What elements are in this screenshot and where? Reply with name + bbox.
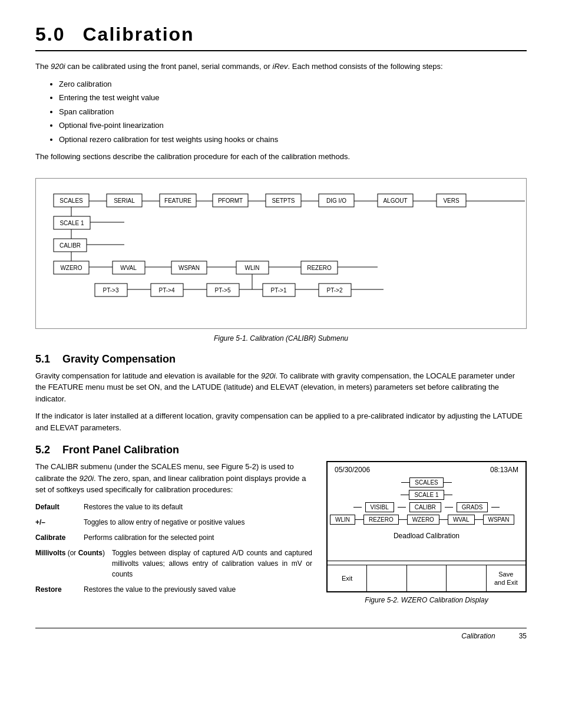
display-rezero-box: REZERO — [363, 515, 399, 525]
section51-para1: Gravity compensation for latitude and el… — [35, 370, 527, 405]
svg-text:PT->3: PT->3 — [103, 287, 119, 294]
dline-mid2-vcg — [445, 507, 453, 508]
section52-heading: 5.2 Front Panel Calibration — [35, 444, 527, 456]
softkey-3 — [407, 565, 447, 591]
svg-text:PT->1: PT->1 — [271, 287, 287, 294]
def-calibrate-desc: Performs calibration for the selected po… — [84, 532, 214, 543]
def-list: Default Restores the value to its defaul… — [35, 502, 312, 595]
svg-text:SETPTS: SETPTS — [272, 197, 295, 204]
def-plusminus-desc: Toggles to allow entry of negative or po… — [84, 517, 245, 528]
svg-text:WZERO: WZERO — [60, 265, 82, 271]
figure2-caption: Figure 5-2. WZERO Calibration Display — [326, 596, 527, 604]
section51-para2: If the indicator is later installed at a… — [35, 410, 527, 433]
svg-text:WLIN: WLIN — [245, 265, 260, 271]
dline-right-vcg — [491, 507, 500, 508]
chapter-number: 5.0 — [35, 24, 65, 45]
display-wzero-box: WZERO — [407, 515, 439, 525]
intro-para2: The following sections describe the cali… — [35, 151, 527, 163]
display-scales-row: SCALES — [328, 476, 525, 489]
svg-text:SERIAL: SERIAL — [114, 197, 135, 204]
section52-right: 05/30/2006 08:13AM SCALES SCALE 1 VISIBL… — [326, 461, 527, 610]
dline-wl4 — [475, 519, 483, 520]
svg-text:ALGOUT: ALGOUT — [383, 197, 407, 204]
display-scales-box: SCALES — [409, 477, 443, 487]
section52-title: Front Panel Calibration — [62, 444, 179, 456]
blank-area — [328, 543, 525, 561]
svg-text:PT->4: PT->4 — [159, 287, 175, 294]
display-date: 05/30/2006 — [335, 466, 370, 474]
display-wval-box: WVAL — [448, 515, 475, 525]
section52-para1: The CALIBR submenu (under the SCALES men… — [35, 461, 312, 496]
dline-wl3 — [439, 519, 448, 520]
bullet-3: Span calibration — [59, 106, 527, 118]
dline-left-scales — [401, 482, 409, 483]
figure1-caption: Figure 5-1. Calibration (CALIBR) Submenu — [35, 334, 527, 342]
def-calibrate: Calibrate Performs calibration for the s… — [35, 532, 312, 543]
svg-text:CALIBR: CALIBR — [59, 242, 81, 249]
def-restore: Restore Restores the value to the previo… — [35, 584, 312, 595]
deadload-label: Deadload Calibration — [328, 526, 525, 543]
display-visibl-box: VISIBL — [365, 502, 394, 512]
wzero-display: 05/30/2006 08:13AM SCALES SCALE 1 VISIBL… — [326, 461, 527, 592]
def-default-term: Default — [35, 502, 77, 512]
svg-text:WVAL: WVAL — [120, 265, 137, 271]
page-header: 5.0Calibration — [35, 24, 527, 51]
svg-text:SCALES: SCALES — [59, 197, 83, 204]
def-millivolts: Millivolts (or Counts) Toggles between d… — [35, 548, 312, 579]
dline-right-scale1 — [444, 495, 452, 495]
dline-wl2 — [399, 519, 407, 520]
section52-left: The CALIBR submenu (under the SCALES men… — [35, 461, 312, 610]
bullet-2: Entering the test weight value — [59, 92, 527, 104]
softkey-save-exit[interactable]: Save and Exit — [487, 565, 525, 591]
def-millivolts-desc: Toggles between display of captured A/D … — [112, 548, 312, 579]
dline-left-vcg — [353, 507, 362, 508]
section51-title: Gravity Compensation — [62, 353, 176, 365]
def-restore-term: Restore — [35, 584, 77, 595]
bullet-4: Optional five-point linearization — [59, 120, 527, 131]
softkey-row: Exit Save and Exit — [328, 565, 525, 591]
svg-text:FEATURE: FEATURE — [164, 197, 191, 204]
svg-text:PFORMT: PFORMT — [218, 197, 243, 204]
display-grads-box: GRADS — [457, 502, 488, 512]
display-calibr-box: CALIBR — [409, 502, 441, 512]
display-wlin-box: WLIN — [330, 515, 355, 525]
dline-mid-vcg — [398, 507, 406, 508]
softkey-4 — [447, 565, 486, 591]
dline-right-scales — [444, 482, 452, 483]
chapter-title: Calibration — [82, 24, 194, 45]
svg-text:PT->2: PT->2 — [327, 287, 343, 294]
display-wspan-box: WSPAN — [483, 515, 515, 525]
bullet-1: Zero calibration — [59, 78, 527, 90]
dline-wl1 — [355, 519, 363, 520]
svg-text:VERS: VERS — [443, 197, 459, 204]
display-time: 08:13AM — [490, 466, 518, 474]
section52-content: The CALIBR submenu (under the SCALES men… — [35, 461, 527, 610]
display-scale1-box: SCALE 1 — [409, 490, 444, 500]
softkey-2 — [367, 565, 406, 591]
def-default: Default Restores the value to its defaul… — [35, 502, 312, 512]
footer-section-label: Calibration — [461, 632, 495, 640]
svg-text:WSPAN: WSPAN — [178, 265, 200, 271]
page-footer: Calibration 35 — [35, 628, 527, 640]
section52-num: 5.2 — [35, 444, 50, 456]
def-plusminus-term: +/– — [35, 517, 77, 528]
dline-left-scale1 — [401, 495, 409, 495]
display-datetime-row: 05/30/2006 08:13AM — [328, 462, 525, 476]
display-scale1-row: SCALE 1 — [328, 489, 525, 501]
figure1-container: SCALES SERIAL FEATURE PFORMT SETPTS DIG … — [35, 178, 527, 329]
calibr-submenu-diagram: SCALES SERIAL FEATURE PFORMT SETPTS DIG … — [48, 188, 531, 324]
intro-bullets: Zero calibration Entering the test weigh… — [59, 78, 527, 146]
svg-text:SCALE 1: SCALE 1 — [59, 220, 84, 226]
def-calibrate-term: Calibrate — [35, 532, 77, 543]
def-restore-desc: Restores the value to the previously sav… — [84, 584, 236, 595]
bullet-5: Optional rezero calibration for test wei… — [59, 134, 527, 146]
display-wzrow: WLIN REZERO WZERO WVAL WSPAN — [328, 513, 525, 526]
softkey-exit[interactable]: Exit — [328, 565, 367, 591]
display-vcg-row: VISIBL CALIBR GRADS — [328, 501, 525, 513]
svg-text:PT->5: PT->5 — [215, 287, 231, 294]
intro-para1: The 920i can be calibrated using the fro… — [35, 61, 527, 73]
section51-heading: 5.1 Gravity Compensation — [35, 353, 527, 365]
def-millivolts-term: Millivolts (or Counts) — [35, 548, 105, 579]
def-plusminus: +/– Toggles to allow entry of negative o… — [35, 517, 312, 528]
def-default-desc: Restores the value to its default — [84, 502, 183, 512]
